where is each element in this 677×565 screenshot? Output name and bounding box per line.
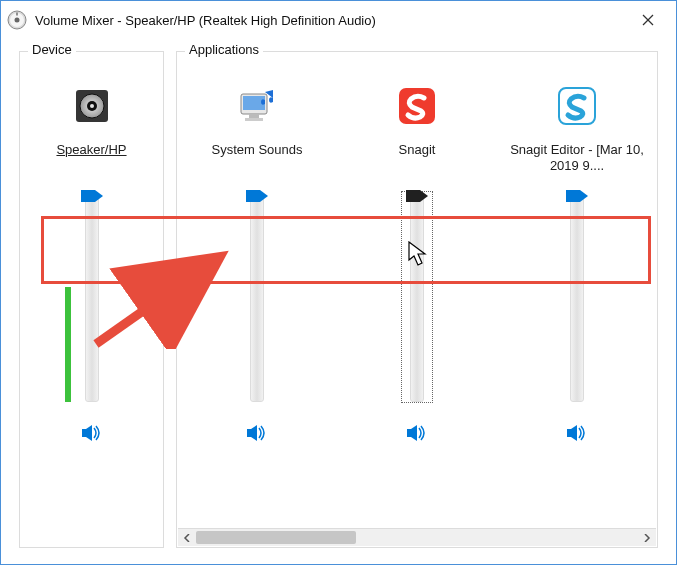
apps-horizontal-scrollbar[interactable]: [178, 528, 656, 546]
speaker-on-icon: [406, 424, 428, 442]
titlebar[interactable]: Volume Mixer - Speaker/HP (Realtek High …: [1, 1, 676, 39]
svg-marker-16: [246, 190, 268, 202]
app-name[interactable]: System Sounds: [187, 142, 327, 174]
app-name[interactable]: Snagit: [347, 142, 487, 174]
device-name[interactable]: Speaker/HP: [22, 142, 162, 174]
app-mute-button[interactable]: [561, 420, 593, 446]
svg-point-9: [90, 104, 94, 108]
applications-row: System Sounds: [177, 70, 657, 528]
device-group: Device Speaker/HP: [19, 51, 164, 548]
snagit-icon[interactable]: [393, 82, 441, 130]
app-volume-slider[interactable]: [402, 192, 432, 402]
device-volume-slider[interactable]: [77, 192, 107, 402]
svg-marker-23: [567, 425, 577, 441]
svg-marker-22: [566, 190, 588, 202]
app-column-snagit: Snagit: [337, 70, 497, 528]
app-column-system-sounds: System Sounds: [177, 70, 337, 528]
app-volume-slider[interactable]: [562, 192, 592, 402]
chevron-right-icon: [643, 534, 651, 542]
applications-group-label: Applications: [185, 42, 263, 57]
applications-group: Applications System Sounds: [176, 51, 658, 548]
close-button[interactable]: [625, 5, 670, 35]
slider-thumb[interactable]: [406, 190, 428, 202]
slider-thumb[interactable]: [566, 190, 588, 202]
slider-thumb[interactable]: [81, 190, 103, 202]
svg-marker-20: [407, 425, 417, 441]
svg-point-2: [15, 18, 20, 23]
slider-track: [85, 192, 99, 402]
snagit-editor-icon[interactable]: [553, 82, 601, 130]
app-mute-button[interactable]: [401, 420, 433, 446]
speaker-on-icon: [81, 424, 103, 442]
svg-marker-10: [81, 190, 103, 202]
volume-mixer-icon: [7, 10, 27, 30]
slider-track: [570, 192, 584, 402]
svg-rect-14: [249, 114, 259, 118]
svg-rect-3: [16, 13, 17, 16]
scrollbar-track[interactable]: [196, 529, 638, 546]
svg-marker-17: [247, 425, 257, 441]
device-level-indicator: [65, 287, 71, 403]
app-mute-button[interactable]: [241, 420, 273, 446]
device-mute-button[interactable]: [76, 420, 108, 446]
slider-track: [410, 192, 424, 402]
app-column-snagit-editor: Snagit Editor - [Mar 10, 2019 9....: [497, 70, 657, 528]
speaker-on-icon: [246, 424, 268, 442]
slider-thumb[interactable]: [246, 190, 268, 202]
svg-rect-15: [245, 118, 263, 121]
speaker-on-icon: [566, 424, 588, 442]
content-area: Device Speaker/HP: [19, 51, 658, 548]
svg-marker-19: [406, 190, 428, 202]
slider-track: [250, 192, 264, 402]
scroll-left-button[interactable]: [178, 529, 196, 546]
speaker-device-icon[interactable]: [68, 82, 116, 130]
app-name[interactable]: Snagit Editor - [Mar 10, 2019 9....: [507, 142, 647, 174]
close-icon: [642, 14, 654, 26]
svg-marker-11: [82, 425, 92, 441]
device-column: Speaker/HP: [20, 70, 163, 446]
app-volume-slider[interactable]: [242, 192, 272, 402]
chevron-left-icon: [183, 534, 191, 542]
system-sounds-icon[interactable]: [233, 82, 281, 130]
volume-mixer-window: Volume Mixer - Speaker/HP (Realtek High …: [0, 0, 677, 565]
device-group-label: Device: [28, 42, 76, 57]
scrollbar-thumb[interactable]: [196, 531, 356, 544]
scroll-right-button[interactable]: [638, 529, 656, 546]
window-title: Volume Mixer - Speaker/HP (Realtek High …: [35, 13, 625, 28]
